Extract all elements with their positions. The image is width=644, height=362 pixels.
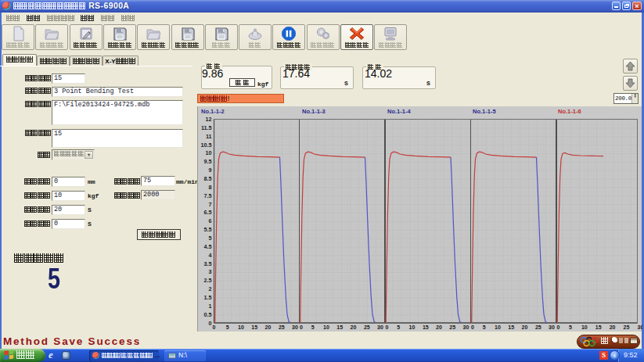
svg-text:25: 25 (623, 324, 629, 330)
svg-text:3: 3 (208, 268, 211, 275)
svg-text:0: 0 (300, 324, 303, 330)
svg-text:30: 30 (637, 324, 642, 330)
svg-text:10: 10 (323, 324, 329, 330)
svg-text:30: 30 (549, 324, 555, 330)
svg-text:25: 25 (363, 324, 369, 330)
svg-text:2.5: 2.5 (203, 277, 211, 284)
svg-text:10: 10 (205, 149, 211, 156)
svg-text:4: 4 (208, 252, 211, 259)
svg-text:5: 5 (208, 235, 211, 242)
svg-text:0: 0 (208, 320, 211, 327)
svg-text:0: 0 (385, 324, 388, 330)
svg-text:20: 20 (264, 324, 271, 330)
svg-text:30: 30 (462, 324, 469, 330)
svg-text:25: 25 (449, 324, 455, 330)
svg-text:15: 15 (336, 324, 343, 330)
svg-text:8: 8 (208, 184, 211, 191)
svg-text:5: 5 (397, 324, 400, 330)
svg-text:15: 15 (595, 324, 601, 330)
svg-text:1: 1 (208, 303, 211, 310)
svg-text:20: 20 (609, 324, 615, 330)
svg-text:0: 0 (212, 324, 215, 330)
svg-text:9.5: 9.5 (203, 158, 211, 165)
svg-text:30: 30 (292, 324, 298, 330)
svg-text:25: 25 (278, 324, 284, 330)
svg-text:20: 20 (436, 324, 442, 330)
svg-text:6: 6 (208, 217, 211, 224)
svg-text:12: 12 (205, 116, 211, 123)
svg-text:15: 15 (422, 324, 428, 330)
svg-text:8.5: 8.5 (203, 175, 211, 182)
svg-text:7: 7 (208, 201, 211, 208)
svg-text:10.5: 10.5 (200, 142, 211, 149)
svg-text:25: 25 (534, 324, 541, 330)
svg-text:10: 10 (581, 324, 587, 330)
svg-text:0: 0 (471, 324, 474, 330)
svg-text:20: 20 (521, 324, 527, 330)
svg-text:9: 9 (208, 167, 211, 174)
svg-text:5: 5 (568, 324, 571, 330)
svg-text:7.5: 7.5 (203, 192, 211, 199)
svg-text:10: 10 (408, 324, 415, 330)
svg-text:11.5: 11.5 (200, 124, 211, 131)
svg-text:2: 2 (208, 285, 211, 292)
svg-text:3.5: 3.5 (203, 260, 211, 267)
svg-text:10: 10 (238, 324, 244, 330)
svg-text:5: 5 (225, 324, 228, 330)
svg-text:0.5: 0.5 (203, 311, 211, 318)
svg-text:0: 0 (556, 324, 559, 330)
svg-text:15: 15 (508, 324, 514, 330)
svg-text:20: 20 (350, 324, 356, 330)
svg-text:30: 30 (377, 324, 383, 330)
svg-text:15: 15 (251, 324, 257, 330)
svg-text:11: 11 (205, 133, 211, 140)
svg-text:10: 10 (495, 324, 501, 330)
svg-text:5: 5 (482, 324, 485, 330)
svg-text:5.5: 5.5 (203, 226, 211, 233)
svg-text:4.5: 4.5 (203, 243, 211, 250)
svg-text:6.5: 6.5 (203, 209, 211, 216)
svg-text:5: 5 (311, 324, 314, 330)
svg-text:1.5: 1.5 (203, 294, 211, 301)
